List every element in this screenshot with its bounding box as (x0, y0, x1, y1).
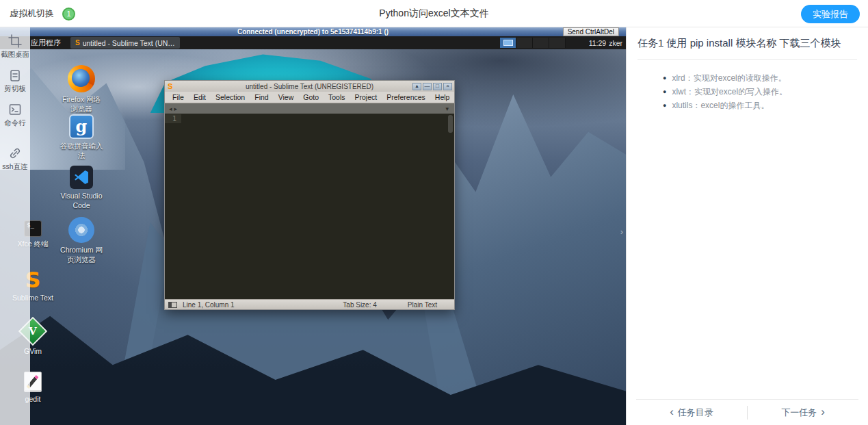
sidebar-item-terminal[interactable]: 命令行 (4, 103, 26, 128)
workspace-switcher (500, 38, 566, 48)
line-number: 1 (165, 114, 181, 123)
collapse-panel-icon[interactable]: › (618, 224, 626, 239)
sidebar-item-screenshot[interactable]: 截图桌面 (1, 34, 29, 60)
top-bar: Python访问excel文本文件 虚拟机切换 1 实验报告 (0, 0, 868, 27)
task-title: 任务1 使用 pip install 模块名称 下载三个模块 (637, 37, 857, 60)
report-button[interactable]: 实验报告 (801, 5, 860, 23)
task-bullet: xlrd：实现对excel的读取操作。 (663, 73, 857, 84)
tab-overflow-icon[interactable]: ▾ (445, 105, 449, 112)
syntax-indicator[interactable]: Plain Text (408, 301, 437, 309)
menu-project[interactable]: Project (350, 93, 382, 101)
sidebar-item-ssh[interactable]: ssh直连 (2, 146, 27, 172)
chevron-right-icon: › (821, 406, 825, 417)
main-content: Connected (unencrypted) to 5e15374114b9:… (0, 27, 868, 425)
desktop-icon-vscode[interactable]: Visual Studio Code (60, 166, 103, 210)
desktop-icon-firefox[interactable]: Firefox 网络浏览器 (60, 65, 103, 114)
menu-view[interactable]: View (274, 93, 299, 101)
page-title: Python访问excel文本文件 (0, 0, 868, 27)
terminal-icon (8, 103, 22, 116)
task-bullet: xlwt：实现对excel的写入操作。 (663, 87, 857, 98)
window-minimize-button[interactable]: — (423, 83, 432, 90)
desktop-icon-chromium[interactable]: Chromium 网页浏览器 (60, 217, 103, 264)
task-directory-link[interactable]: ‹ 任务目录 (636, 407, 747, 419)
workspace-3[interactable] (533, 38, 549, 48)
vm-switch-button[interactable]: 虚拟机切换 1 (10, 0, 75, 27)
google-pinyin-icon: g (69, 114, 94, 139)
task-nav-footer: ‹ 任务目录 下一任务 › (636, 399, 858, 425)
clock-time: 11:29 (589, 39, 607, 47)
sublime-statusbar: Line 1, Column 1 Tab Size: 4 Plain Text (165, 299, 454, 309)
taskbar-clock: 11:29 zker (589, 36, 622, 49)
workspace-1[interactable] (500, 38, 516, 48)
ssh-link-icon (8, 146, 22, 160)
vm-count-badge: 1 (62, 8, 75, 21)
menu-find[interactable]: Find (250, 93, 273, 101)
chevron-left-icon: ‹ (670, 406, 674, 417)
sublime-icon: S (75, 40, 80, 47)
logged-in-user: zker (609, 39, 622, 47)
menu-selection[interactable]: Selection (211, 93, 250, 101)
taskbar-task-sublime[interactable]: S untitled - Sublime Text (UN… (70, 37, 180, 49)
editor-scrollbar[interactable] (448, 115, 453, 133)
workspace-2[interactable] (516, 38, 533, 48)
sublime-window: S untitled - Sublime Text (UNREGISTERED)… (164, 80, 455, 310)
menu-edit[interactable]: Edit (189, 93, 211, 101)
desktop-icon-google-pinyin[interactable]: g 谷歌拼音输入法 (60, 114, 103, 160)
cursor-position: Line 1, Column 1 (183, 301, 235, 309)
task-bullet: xlutils：excel的操作工具。 (663, 101, 857, 112)
screenshot-icon (8, 34, 22, 48)
menu-file[interactable]: File (168, 93, 189, 101)
vscode-icon (70, 166, 93, 189)
clipboard-icon (8, 68, 22, 82)
sublime-editor-area[interactable]: 1 (165, 114, 454, 299)
sublime-titlebar[interactable]: S untitled - Sublime Text (UNREGISTERED)… (165, 81, 454, 92)
sublime-menubar: File Edit Selection Find View Goto Tools… (165, 92, 454, 103)
vnc-viewport: Connected (unencrypted) to 5e15374114b9:… (0, 27, 626, 425)
menu-help[interactable]: Help (430, 93, 455, 101)
window-shade-button[interactable]: ▴ (412, 83, 421, 90)
vnc-status-text: Connected (unencrypted) to 5e15374114b9:… (237, 28, 389, 36)
window-maximize-button[interactable]: □ (433, 83, 442, 90)
menu-preferences[interactable]: Preferences (382, 93, 430, 101)
task-panel: 任务1 使用 pip install 模块名称 下载三个模块 xlrd：实现对e… (626, 27, 868, 425)
menu-tools[interactable]: Tools (324, 93, 350, 101)
send-ctrl-alt-del-button[interactable]: Send CtrlAltDel (563, 27, 619, 36)
firefox-icon (68, 65, 95, 92)
chromium-icon (68, 217, 94, 243)
task-bullet-list: xlrd：实现对excel的读取操作。 xlwt：实现对excel的写入操作。 … (637, 73, 857, 112)
sidebar-item-clipboard[interactable]: 剪切板 (4, 68, 26, 94)
next-task-link[interactable]: 下一任务 › (748, 407, 858, 419)
applications-menu[interactable]: 应用程序 (31, 38, 61, 48)
panel-toggle-icon[interactable] (168, 302, 177, 308)
tab-size-indicator[interactable]: Tab Size: 4 (343, 301, 376, 309)
sublime-tabstrip: ◂▸ ▾ (165, 103, 454, 114)
tab-scroll-arrows[interactable]: ◂▸ (169, 105, 179, 112)
window-close-button[interactable]: × (443, 83, 452, 90)
vnc-status-bar: Connected (unencrypted) to 5e15374114b9:… (0, 27, 626, 36)
desktop-taskbar: 应用程序 S untitled - Sublime Text (UN… 11:2… (0, 36, 626, 49)
sublime-window-title: untitled - Sublime Text (UNREGISTERED) (165, 83, 454, 90)
lab-tool-sidebar: 截图桌面 剪切板 命令行 ssh直连 (0, 27, 30, 425)
menu-goto[interactable]: Goto (298, 93, 324, 101)
vm-switch-label: 虚拟机切换 (10, 8, 54, 20)
task-label: untitled - Sublime Text (UN… (83, 39, 175, 47)
workspace-4[interactable] (549, 38, 566, 48)
